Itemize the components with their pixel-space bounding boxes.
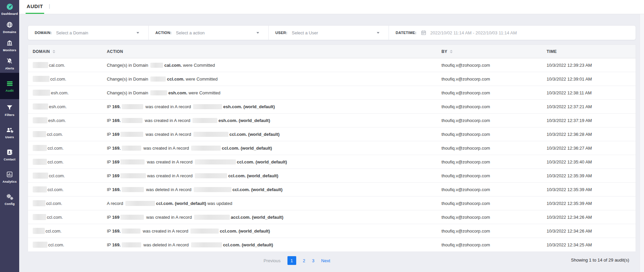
domain-filter-select[interactable]: DOMAIN: Select a Domain <box>28 26 149 40</box>
datetime-range-picker[interactable]: DATETIME: 2022/10/02 11:14 AM - 2022/10/… <box>389 26 636 40</box>
chevron-down-icon[interactable] <box>256 32 259 34</box>
redacted-text <box>120 132 143 137</box>
domain-cell: ccl.com. <box>28 214 102 220</box>
action-text-segment: was created in A record <box>145 215 193 220</box>
action-cell: IP 169. was created in A record ccl.com.… <box>102 146 437 151</box>
redacted-text <box>122 229 141 234</box>
pagination-page-2[interactable]: 2 <box>303 258 305 263</box>
action-text-segment: 169. <box>112 146 121 151</box>
redacted-text <box>33 103 48 110</box>
sidebar-item-audit[interactable]: Audit <box>0 73 19 99</box>
action-text-segment: ccl.com. (world_default) <box>223 242 273 247</box>
redacted-text <box>194 215 230 220</box>
action-text-segment: 169. <box>112 104 121 109</box>
sidebar-item-contact[interactable]: Contact <box>0 144 19 166</box>
sidebar-item-dashboard[interactable]: Dashboard <box>0 0 19 18</box>
domain-cell: esh.com. <box>28 117 102 123</box>
action-filter-select[interactable]: ACTION: Select a action <box>149 26 269 40</box>
time-cell: 10/3/2022 12:35:40 AM <box>542 159 636 164</box>
address-book-icon <box>6 149 13 156</box>
time-cell: 10/3/2022 12:34:26 AM <box>542 215 636 220</box>
action-text-segment: accl.com. (world_default) <box>231 215 283 220</box>
action-text-segment: ccl.com. (world_default) <box>220 229 270 234</box>
redacted-text <box>122 118 143 123</box>
sidebar-item-analytics[interactable]: Analytics <box>0 166 19 188</box>
pagination-page-1[interactable]: 1 <box>287 256 296 265</box>
pagination-next[interactable]: Next <box>321 258 330 263</box>
datetime-filter-label: DATETIME: <box>396 31 417 35</box>
redacted-text <box>190 229 219 234</box>
action-text-segment: ccl.com. (world_default) <box>237 159 287 164</box>
page-title: AUDIT <box>27 3 43 9</box>
sidebar-item-monitors[interactable]: Monitors <box>0 36 19 55</box>
domain-suffix-text: ccl.com. <box>48 187 64 192</box>
sidebar-item-users[interactable]: Users <box>0 121 19 144</box>
scrollbar-track[interactable] <box>640 14 644 272</box>
action-text-segment: ccl.com. <box>167 77 184 82</box>
action-text-segment: IP <box>107 118 112 123</box>
action-cell: IP 169 was created in A record accl.com.… <box>102 215 437 220</box>
action-text-segment: was deleted in A record <box>145 187 193 192</box>
content-area: DOMAIN: Select a Domain ACTION: Select a… <box>19 14 644 272</box>
redacted-text <box>125 201 155 206</box>
table-row: ccl.com. IP 169 was created in A record … <box>28 127 636 141</box>
domain-suffix-text: ccl.com. <box>47 132 63 137</box>
column-header-domain[interactable]: DOMAIN <box>28 49 102 54</box>
user-filter-select[interactable]: USER: Select a User <box>269 26 389 40</box>
action-cell: A record ccl.com. (world_default) was up… <box>102 201 437 206</box>
time-cell: 10/3/2022 12:36:27 AM <box>542 146 636 151</box>
tab-audit[interactable]: AUDIT <box>26 0 44 14</box>
pagination: Previous 1 2 3 Next <box>264 256 330 265</box>
sort-icon[interactable] <box>450 50 453 53</box>
pagination-page-3[interactable]: 3 <box>312 258 314 263</box>
bottom-bar: Previous 1 2 3 Next Showing 1 to 14 of 2… <box>28 252 636 271</box>
domain-filter-placeholder: Select a Domain <box>56 30 88 35</box>
sidebar-item-config[interactable]: Config <box>0 188 19 210</box>
column-header-by[interactable]: BY <box>437 49 542 54</box>
action-text-segment: was created in A record <box>144 104 192 109</box>
redacted-text <box>33 90 50 96</box>
action-cell: IP 169 was created in A record ccl.com. … <box>102 132 437 137</box>
chevron-down-icon[interactable] <box>136 32 139 34</box>
table-body: cal.com. Change(s) in Domain cal.com. we… <box>28 58 636 252</box>
action-cell: IP 169. was created in A record esh.com.… <box>102 104 437 109</box>
pagination-previous[interactable]: Previous <box>264 258 281 263</box>
by-cell: thoufiq.v@zohocorp.com <box>437 187 542 192</box>
redacted-text <box>193 132 228 137</box>
by-cell: thoufiq.v@zohocorp.com <box>437 104 542 109</box>
table-row: ccl.com. IP 169. was created in A record… <box>28 224 636 238</box>
chevron-down-icon[interactable] <box>377 32 379 34</box>
action-text-segment: IP <box>107 242 112 247</box>
sidebar-item-filters[interactable]: Filters <box>0 99 19 121</box>
sidebar-item-label: Contact <box>4 158 16 161</box>
globe-icon <box>6 21 13 29</box>
datetime-range-value: 2022/10/02 11:14 AM - 2022/10/03 11:14 A… <box>430 30 517 35</box>
domain-suffix-text: ccl.com. <box>48 146 64 151</box>
users-gear-icon <box>6 126 14 134</box>
domain-cell: ccl.com. <box>28 228 102 234</box>
by-cell: thoufiq.v@zohocorp.com <box>437 215 542 220</box>
by-cell: thoufiq.v@zohocorp.com <box>437 159 542 164</box>
domain-suffix-text: esh.com. <box>48 118 66 123</box>
action-text-segment: IP <box>107 215 112 220</box>
table-header-row: DOMAIN ACTION BY TIME <box>28 45 636 58</box>
table-row: ccl.com. IP 169 was created in A record … <box>28 155 636 169</box>
sidebar-item-alerts[interactable]: Alerts <box>0 55 19 73</box>
domain-cell: ccl.com. <box>28 159 102 165</box>
action-text-segment: Change(s) in Domain <box>107 63 149 68</box>
action-text-segment: 169 <box>112 173 120 178</box>
action-text-segment: was created in A record <box>147 173 194 178</box>
domain-suffix-text: cal.com. <box>49 63 65 68</box>
action-text-segment: IP <box>107 187 112 192</box>
by-cell: thoufiq.v@zohocorp.com <box>437 90 542 95</box>
sidebar-item-domains[interactable]: Domains <box>0 18 19 36</box>
by-cell: thoufiq.v@zohocorp.com <box>437 229 542 234</box>
domain-cell: ccl.com. <box>28 131 102 137</box>
calendar-icon[interactable] <box>421 30 426 35</box>
sidebar-item-label: Filters <box>5 113 14 117</box>
action-text-segment: IP <box>107 173 112 178</box>
redacted-text <box>195 159 236 164</box>
sort-icon[interactable] <box>53 50 55 53</box>
time-cell: 10/3/2022 12:35:39 AM <box>542 187 636 192</box>
redacted-text <box>120 173 146 178</box>
